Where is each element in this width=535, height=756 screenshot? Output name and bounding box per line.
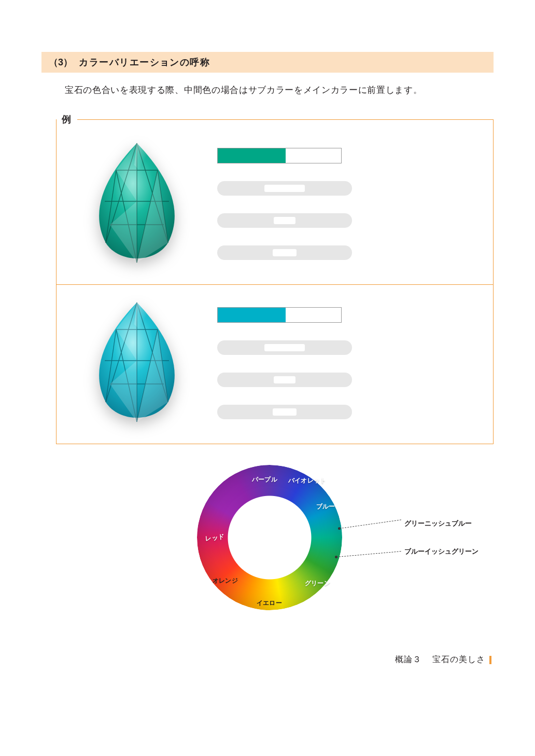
masked-label <box>217 213 352 228</box>
section-number: （3） <box>49 57 73 67</box>
example-row <box>57 126 493 284</box>
example-row <box>57 284 493 444</box>
intro-paragraph: 宝石の色合いを表現する際、中間色の場合はサブカラーをメインカラーに前置します。 <box>41 82 494 99</box>
masked-label <box>217 373 352 387</box>
example-legend: 例 <box>57 113 77 126</box>
color-swatch-bar <box>217 148 342 163</box>
footer-chapter: 概論３ <box>395 654 421 665</box>
masked-label <box>217 405 352 419</box>
footer-title: 宝石の美しさ <box>432 654 485 665</box>
color-swatch-bar <box>217 307 342 323</box>
info-column <box>217 148 472 260</box>
swatch-primary <box>218 308 286 322</box>
page-footer: 概論３ 宝石の美しさ <box>395 654 491 665</box>
info-column <box>217 307 472 419</box>
masked-label <box>217 340 352 355</box>
example-box: 例 <box>56 113 494 444</box>
callout-line <box>340 520 401 529</box>
footer-accent-icon <box>489 656 491 664</box>
gem-image-greenish-blue <box>77 298 196 428</box>
masked-label <box>217 245 352 260</box>
swatch-secondary <box>286 148 341 163</box>
swatch-primary <box>218 148 286 163</box>
gem-image-bluish-green <box>77 139 196 269</box>
swatch-secondary <box>286 308 341 322</box>
callout-bluish-green: ブルーイッシュグリーン <box>404 547 478 556</box>
section-heading: （3） カラーバリエーションの呼称 <box>41 52 494 73</box>
section-title: カラーバリエーションの呼称 <box>79 57 210 67</box>
masked-label <box>217 181 352 196</box>
color-wheel-icon <box>197 465 342 610</box>
color-wheel-area: パープル バイオレット ブルー グリーン イエロー オレンジ レッド グリーニッ… <box>41 465 494 657</box>
callout-line <box>336 551 401 557</box>
callout-greenish-blue: グリーニッシュブルー <box>404 519 472 528</box>
intro-text: 宝石の色合いを表現する際、中間色の場合はサブカラーをメインカラーに前置します。 <box>65 85 423 95</box>
